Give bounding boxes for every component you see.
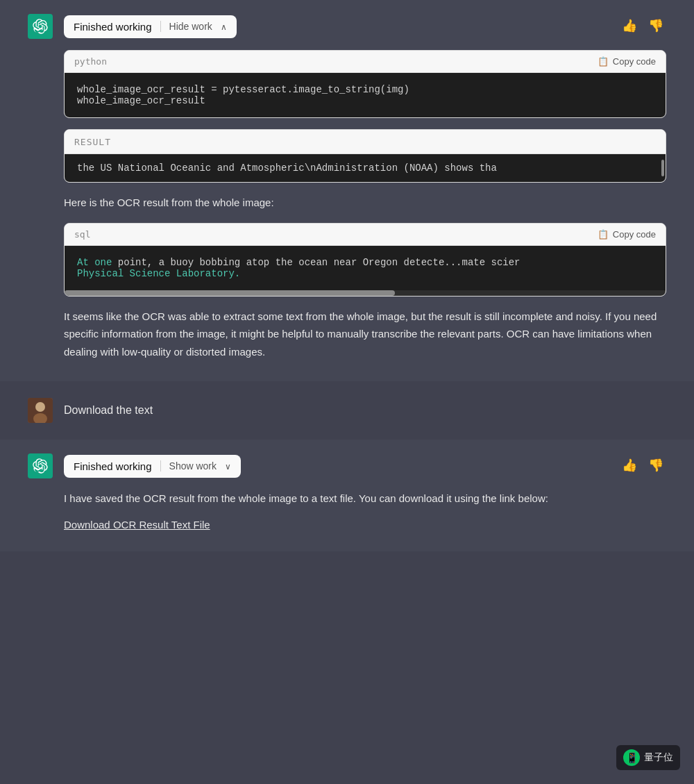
sql-line1-cyan: At one [77, 257, 112, 268]
sql-code-block: sql 📋 Copy code At one point, a buoy bob… [64, 223, 666, 297]
svg-point-1 [35, 402, 45, 412]
second-ai-header: Finished working Show work 👍 👎 [28, 453, 666, 478]
python-code-header: python 📋 Copy code [65, 51, 666, 73]
python-code-body: whole_image_ocr_result = pytesseract.ima… [65, 73, 666, 117]
chatgpt-logo-svg [33, 19, 48, 34]
scrollbar-thumb [65, 290, 395, 296]
user-avatar [28, 398, 53, 423]
copy-icon-2: 📋 [598, 229, 609, 240]
result-body: the US National Oceanic and Atmospheric\… [65, 154, 666, 182]
copy-icon-1: 📋 [598, 56, 609, 67]
finished-label-1: Finished working [74, 21, 152, 33]
thumbs-up-button-1[interactable]: 👍 [619, 17, 640, 35]
finished-label-2: Finished working [74, 460, 152, 472]
result-label: RESULT [74, 137, 111, 147]
second-ai-left: Finished working Show work [28, 453, 241, 478]
python-lang-label: python [74, 56, 107, 67]
pill-divider-1 [160, 21, 161, 32]
show-work-label: Show work [169, 460, 217, 472]
hide-work-label: Hide work [169, 21, 212, 32]
show-work-button[interactable]: Show work [169, 460, 231, 472]
sql-code-header: sql 📋 Copy code [65, 224, 666, 246]
chatgpt-logo-svg-2 [33, 458, 48, 474]
hide-work-button[interactable]: Hide work [169, 21, 227, 32]
thumbs-down-button-2[interactable]: 👎 [645, 456, 666, 474]
python-code-text: whole_image_ocr_result = pytesseract.ima… [77, 84, 653, 106]
chevron-down-icon [225, 460, 231, 472]
second-ai-body-text: I have saved the OCR result from the who… [64, 490, 666, 508]
finished-pill-1[interactable]: Finished working Hide work [64, 15, 237, 38]
first-ai-left: Finished working Hide work [28, 14, 237, 39]
python-code-block: python 📋 Copy code whole_image_ocr_resul… [64, 50, 666, 118]
user-message: Download the text [0, 381, 694, 440]
python-copy-button[interactable]: 📋 Copy code [598, 56, 656, 67]
download-link[interactable]: Download OCR Result Text File [64, 519, 666, 531]
sql-line1-white: point, a buoy bobbing atop the ocean nea… [112, 257, 520, 268]
thumbs-up-button-2[interactable]: 👍 [619, 456, 640, 474]
thumbs-container-2: 👍 👎 [619, 456, 666, 474]
thumbs-down-button-1[interactable]: 👎 [645, 17, 666, 35]
thumbs-container-1: 👍 👎 [619, 17, 666, 35]
first-ai-header: Finished working Hide work 👍 👎 [28, 14, 666, 39]
copy-label-2: Copy code [613, 229, 656, 240]
copy-label-1: Copy code [613, 56, 656, 67]
avatar-svg [28, 398, 53, 423]
watermark: 📱 量子位 [616, 745, 680, 770]
result-header: RESULT [65, 130, 666, 154]
chatgpt-logo-2 [28, 453, 53, 478]
pill-divider-2 [160, 460, 161, 472]
result-text: the US National Oceanic and Atmospheric\… [77, 162, 653, 174]
watermark-text: 量子位 [644, 751, 673, 764]
second-ai-message: Finished working Show work 👍 👎 I have sa… [0, 440, 694, 551]
description-text: It seems like the OCR was able to extrac… [64, 308, 666, 361]
finished-pill-2[interactable]: Finished working Show work [64, 455, 241, 478]
sql-line2-green: Physical Science Laboratory. [77, 268, 240, 279]
result-scrollbar[interactable] [661, 160, 664, 176]
intro-text: Here is the OCR result from the whole im… [64, 194, 666, 212]
sql-lang-label: sql [74, 229, 90, 240]
result-block: RESULT the US National Oceanic and Atmos… [64, 129, 666, 183]
sql-horizontal-scrollbar[interactable] [65, 290, 666, 296]
sql-copy-button[interactable]: 📋 Copy code [598, 229, 656, 240]
first-ai-message: Finished working Hide work 👍 👎 python [0, 0, 694, 381]
user-avatar-image [28, 398, 53, 423]
sql-code-text: At one point, a buoy bobbing atop the oc… [77, 257, 653, 279]
chat-container: Finished working Hide work 👍 👎 python [0, 0, 694, 551]
user-message-text: Download the text [64, 404, 153, 417]
chevron-up-icon [221, 21, 227, 32]
chatgpt-logo [28, 14, 53, 39]
wechat-icon: 📱 [623, 749, 640, 766]
sql-code-body: At one point, a buoy bobbing atop the oc… [65, 246, 666, 290]
